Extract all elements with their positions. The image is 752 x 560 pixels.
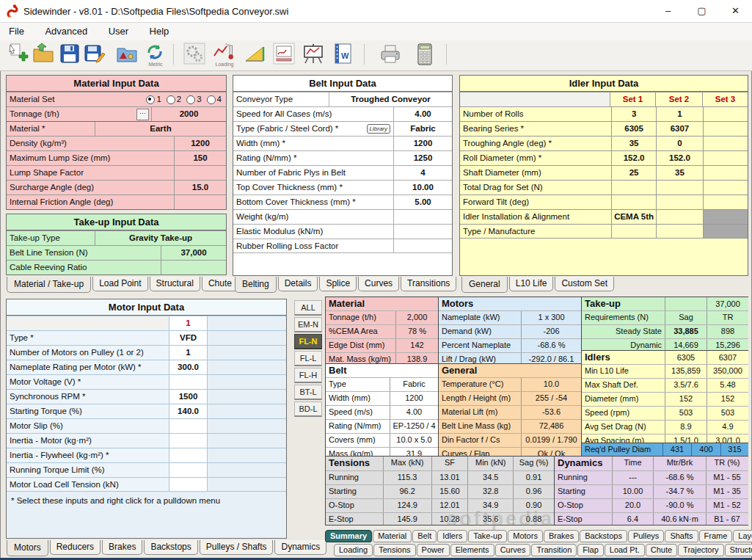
material-value[interactable]: Earth bbox=[95, 122, 226, 136]
tab-res-shafts[interactable]: Shafts bbox=[665, 530, 698, 542]
tilt-set1[interactable] bbox=[611, 195, 656, 209]
roll-diam-set3[interactable] bbox=[703, 151, 748, 165]
lump-shape-value[interactable] bbox=[174, 166, 226, 180]
top-cover-value[interactable]: 10.00 bbox=[393, 181, 452, 194]
belt-rating-value[interactable]: 1250 bbox=[393, 151, 452, 165]
tab-summary[interactable]: Summary bbox=[325, 530, 372, 542]
tab-reducers[interactable]: Reducers bbox=[50, 540, 101, 555]
tab-res-backstops[interactable]: Backstops bbox=[580, 530, 627, 542]
tab-material-take-up[interactable]: Material / Take-up bbox=[7, 277, 91, 293]
load-cell-tension-value[interactable] bbox=[169, 478, 208, 491]
app-folder-icon[interactable] bbox=[116, 43, 139, 68]
menu-file[interactable]: File bbox=[0, 23, 33, 40]
motor-slip-value[interactable] bbox=[169, 419, 208, 433]
tab-res-motors[interactable]: Motors bbox=[508, 530, 543, 542]
bearing-set1[interactable]: 6305 bbox=[611, 122, 656, 136]
case-bd-l-button[interactable]: BD-L bbox=[294, 401, 322, 417]
conveyor-type-value[interactable]: Troughed Conveyor bbox=[329, 92, 452, 106]
elastic-modulus-value[interactable] bbox=[393, 225, 452, 239]
belt-type-value[interactable]: Fabric bbox=[393, 122, 452, 136]
tilt-set2[interactable] bbox=[656, 195, 702, 209]
new-file-icon[interactable] bbox=[7, 43, 31, 68]
tab-general[interactable]: General bbox=[461, 277, 508, 293]
bearing-set3[interactable] bbox=[703, 122, 748, 136]
tab-res-layout[interactable]: Layout bbox=[733, 530, 752, 542]
shaft-diam-set3[interactable] bbox=[703, 166, 748, 180]
tab-backstops[interactable]: Backstops bbox=[144, 540, 197, 555]
tab-custom-set[interactable]: Custom Set bbox=[555, 277, 614, 291]
tab-res-belt[interactable]: Belt bbox=[412, 530, 437, 542]
tab-res-power[interactable]: Power bbox=[417, 544, 450, 556]
plys-value[interactable]: 4 bbox=[393, 166, 452, 180]
tonnage-value[interactable]: 2000 bbox=[151, 107, 226, 121]
tab-brakes[interactable]: Brakes bbox=[102, 540, 142, 555]
belt-width-value[interactable]: 1200 bbox=[393, 137, 452, 150]
lump-size-value[interactable]: 150 bbox=[174, 151, 226, 165]
tab-res-pulleys[interactable]: Pulleys bbox=[628, 530, 664, 542]
speed-value[interactable]: 4.00 bbox=[393, 107, 452, 121]
calculator-icon[interactable] bbox=[414, 43, 437, 68]
tab-motors[interactable]: Motors bbox=[7, 540, 48, 556]
surcharge-angle-value[interactable]: 15.0 bbox=[174, 181, 226, 194]
tab-res-loading[interactable]: Loading bbox=[334, 544, 373, 556]
trough-set2[interactable]: 0 bbox=[656, 137, 702, 150]
tab-belting[interactable]: Belting bbox=[235, 277, 277, 293]
trough-set1[interactable]: 35 bbox=[611, 137, 656, 150]
motors-on-pulley-value[interactable]: 1 bbox=[169, 346, 208, 360]
rolling-loss-value[interactable] bbox=[393, 239, 452, 252]
minimize-button[interactable]: – bbox=[651, 0, 685, 22]
type-set1[interactable] bbox=[611, 225, 656, 238]
tab-res-frame[interactable]: Frame bbox=[699, 530, 733, 542]
roll-diam-set2[interactable]: 152.0 bbox=[656, 151, 702, 165]
tab-structural[interactable]: Structural bbox=[150, 277, 200, 291]
open-file-icon[interactable] bbox=[32, 43, 56, 68]
settings-gears-icon[interactable] bbox=[183, 43, 207, 68]
starting-torque-value[interactable]: 140.0 bbox=[169, 404, 208, 418]
motor-type-value[interactable]: VFD bbox=[169, 331, 208, 345]
tilt-set3[interactable] bbox=[703, 195, 748, 209]
tab-details[interactable]: Details bbox=[278, 277, 318, 291]
drag-set2[interactable] bbox=[656, 181, 702, 194]
presentation-charts-icon[interactable] bbox=[302, 43, 326, 68]
tab-res-chute[interactable]: Chute bbox=[646, 544, 677, 556]
shaft-diam-set2[interactable]: 35 bbox=[656, 166, 702, 180]
drag-set1[interactable] bbox=[611, 181, 656, 194]
tab-res-flap[interactable]: Flap bbox=[577, 544, 603, 556]
case-all-button[interactable]: ALL bbox=[294, 300, 322, 316]
type-set2[interactable] bbox=[656, 225, 702, 238]
sync-rpm-value[interactable]: 1500 bbox=[169, 390, 208, 404]
menu-user[interactable]: User bbox=[100, 23, 137, 40]
save-as-icon[interactable] bbox=[84, 43, 107, 68]
elements-window-icon[interactable] bbox=[273, 43, 296, 68]
menu-help[interactable]: Help bbox=[141, 23, 178, 40]
tab-dynamics[interactable]: Dynamics bbox=[274, 540, 326, 555]
belt-weight-value[interactable] bbox=[393, 210, 452, 224]
tab-res-structural[interactable]: Structural bbox=[725, 544, 752, 556]
close-button[interactable]: ✕ bbox=[719, 0, 752, 22]
loading-profile-icon[interactable]: °cLoading bbox=[213, 43, 236, 68]
tab-res-curves[interactable]: Curves bbox=[495, 544, 531, 556]
material-set-radio-2[interactable] bbox=[167, 95, 175, 104]
rolls-set3[interactable] bbox=[703, 107, 748, 121]
cable-reeving-value[interactable] bbox=[161, 261, 226, 274]
case-fl-l-button[interactable]: FL-L bbox=[294, 351, 322, 366]
trough-set3[interactable] bbox=[703, 137, 748, 150]
running-torque-value[interactable] bbox=[169, 463, 208, 477]
nameplate-rating-value[interactable]: 300.0 bbox=[169, 360, 208, 374]
tab-res-transition[interactable]: Transition bbox=[531, 544, 577, 556]
save-file-icon[interactable] bbox=[59, 43, 82, 68]
rolls-set2[interactable]: 1 bbox=[656, 107, 702, 121]
tab-res-load-pt[interactable]: Load Pt. bbox=[605, 544, 645, 556]
case-fl-h-button[interactable]: FL-H bbox=[294, 368, 322, 383]
motor-voltage-value[interactable] bbox=[169, 375, 208, 389]
metric-units-icon[interactable]: Metric bbox=[144, 43, 167, 68]
takeup-type-value[interactable]: Gravity Take-up bbox=[95, 231, 226, 245]
tab-res-brakes[interactable]: Brakes bbox=[544, 530, 579, 542]
inertia-flywheel-value[interactable] bbox=[169, 448, 208, 462]
tab-curves[interactable]: Curves bbox=[358, 277, 399, 291]
friction-angle-value[interactable] bbox=[174, 195, 226, 209]
tab-l10-life[interactable]: L10 Life bbox=[509, 277, 554, 291]
bottom-cover-value[interactable]: 5.00 bbox=[393, 195, 452, 209]
menu-advanced[interactable]: Advanced bbox=[36, 23, 96, 40]
case-fl-n-button[interactable]: FL-N bbox=[294, 334, 322, 349]
